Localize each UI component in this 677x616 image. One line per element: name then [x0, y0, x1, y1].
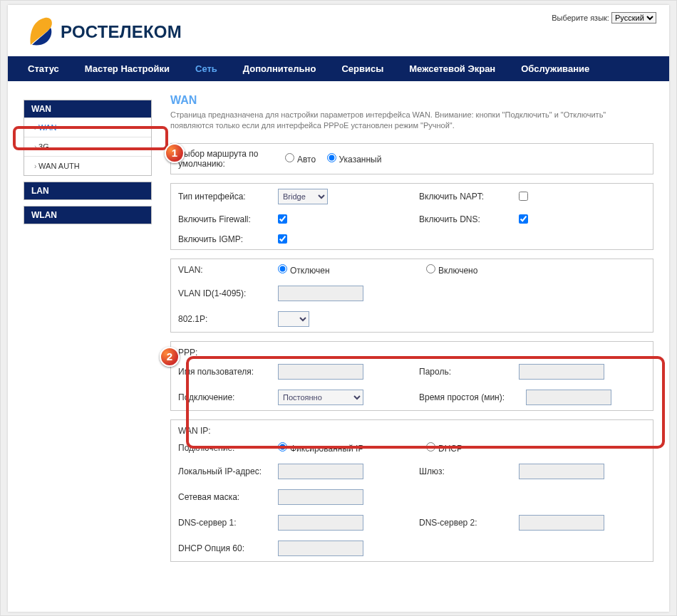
main-nav: Статус Мастер Настройки Сеть Дополнитель… [8, 56, 669, 81]
wanip-dns1-label: DNS-сервер 1: [178, 518, 278, 528]
wanip-opt60-input[interactable] [278, 541, 363, 556]
ppp-conn-select[interactable]: Постоянно [278, 390, 363, 405]
vlan-off-option[interactable]: Отключен [278, 264, 330, 276]
panel-interface: Тип интерфейса: Bridge Включить NAPT: Вк… [170, 183, 653, 250]
wanip-fixed-option[interactable]: Фиксированный IP [278, 442, 363, 454]
sidebar-item-wanauth[interactable]: WAN AUTH [24, 156, 151, 175]
route-auto-option[interactable]: Авто [285, 153, 316, 165]
nav-network[interactable]: Сеть [182, 56, 230, 81]
sidebar-head-wan[interactable]: WAN [24, 100, 151, 118]
nav-services[interactable]: Сервисы [329, 56, 396, 81]
wanip-local-input[interactable] [278, 464, 363, 479]
iface-napt-checkbox[interactable] [519, 192, 528, 201]
ppp-pass-label: Пароль: [419, 367, 519, 377]
wanip-conn-label: Подключение: [178, 443, 278, 453]
wanip-section-label: WAN IP: [171, 420, 653, 437]
vlan-label: VLAN: [178, 265, 278, 275]
sidebar-item-wan[interactable]: WAN [24, 118, 151, 137]
sidebar: WAN WAN 3G WAN AUTH LAN WLAN [24, 94, 152, 570]
brand-name: РОСТЕЛЕКОМ [61, 22, 182, 42]
vlan-off-radio[interactable] [278, 264, 287, 273]
sidebar-item-3g[interactable]: 3G [24, 137, 151, 156]
panel-wanip: WAN IP: Подключение: Фиксированный IP DH… [170, 419, 653, 562]
panel-ppp: PPP: Имя пользователя: Пароль: Подключен… [170, 341, 653, 411]
ppp-idle-label: Время простоя (мин): [419, 392, 526, 402]
route-auto-radio[interactable] [285, 153, 294, 162]
iface-type-select[interactable]: Bridge [278, 189, 328, 204]
iface-fw-checkbox[interactable] [278, 214, 287, 224]
vlan-8021p-label: 802.1P: [178, 314, 278, 324]
wanip-dns2-label: DNS-сервер 2: [419, 518, 519, 528]
wanip-mask-label: Сетевая маска: [178, 492, 278, 502]
wanip-dns2-input[interactable] [519, 515, 604, 531]
panel-vlan: VLAN: Отключен Включено VLAN ID(1-4095): [170, 259, 653, 333]
vlan-id-input[interactable] [278, 286, 363, 301]
page-description: Страница предназначена для настройки пар… [170, 110, 626, 132]
wanip-gw-input[interactable] [519, 464, 604, 479]
panel-default-route: Выбор маршрута по умолчанию: Авто Указан… [170, 143, 653, 174]
iface-dns-label: Включить DNS: [419, 214, 519, 224]
nav-wizard[interactable]: Мастер Настройки [72, 56, 182, 81]
nav-firewall[interactable]: Межсетевой Экран [396, 56, 508, 81]
rostelecom-logo-icon [26, 14, 55, 51]
language-label: Выберите язык: [552, 14, 609, 22]
iface-dns-checkbox[interactable] [519, 214, 528, 224]
wanip-dhcp-option[interactable]: DHCP [426, 442, 462, 454]
route-specified-radio[interactable] [327, 153, 336, 162]
main-content: WAN Страница предназначена для настройки… [170, 94, 653, 570]
sidebar-head-lan[interactable]: LAN [24, 182, 151, 199]
annotation-badge-2: 2 [160, 347, 180, 367]
ppp-conn-label: Подключение: [178, 392, 278, 402]
language-select[interactable]: Русский [611, 12, 656, 24]
annotation-badge-1: 1 [165, 143, 185, 163]
ppp-idle-input[interactable] [526, 390, 611, 405]
ppp-user-input[interactable] [278, 364, 363, 380]
route-specified-option[interactable]: Указанный [327, 153, 382, 165]
wanip-mask-input[interactable] [278, 489, 363, 505]
iface-igmp-checkbox[interactable] [278, 234, 287, 244]
sidebar-head-wlan[interactable]: WLAN [24, 207, 151, 224]
ppp-user-label: Имя пользователя: [178, 367, 278, 377]
iface-fw-label: Включить Firewall: [178, 214, 278, 224]
wanip-gw-label: Шлюз: [419, 466, 519, 476]
nav-advanced[interactable]: Дополнительно [230, 56, 329, 81]
wanip-fixed-radio[interactable] [278, 442, 287, 451]
nav-maintenance[interactable]: Обслуживание [508, 56, 602, 81]
page-title: WAN [170, 94, 653, 107]
ppp-pass-input[interactable] [519, 364, 604, 380]
wanip-dhcp-radio[interactable] [426, 442, 435, 451]
vlan-on-radio[interactable] [426, 264, 435, 273]
iface-napt-label: Включить NAPT: [419, 192, 519, 202]
route-label: Выбор маршрута по умолчанию: [178, 149, 285, 169]
iface-type-label: Тип интерфейса: [178, 192, 278, 202]
ppp-section-label: PPP: [171, 342, 653, 359]
vlan-8021p-select[interactable] [278, 311, 309, 327]
vlan-id-label: VLAN ID(1-4095): [178, 288, 278, 298]
wanip-opt60-label: DHCP Опция 60: [178, 543, 278, 553]
vlan-on-option[interactable]: Включено [426, 264, 477, 276]
wanip-dns1-input[interactable] [278, 515, 363, 531]
wanip-local-label: Локальный IP-адрес: [178, 466, 278, 476]
nav-status[interactable]: Статус [15, 56, 72, 81]
iface-igmp-label: Включить IGMP: [178, 234, 278, 244]
